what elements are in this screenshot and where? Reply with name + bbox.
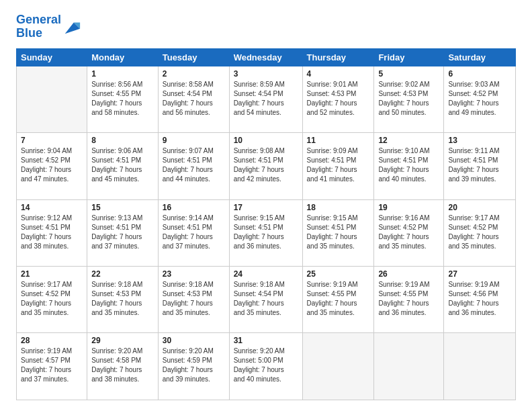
calendar-cell: 18Sunrise: 9:15 AM Sunset: 4:51 PM Dayli…	[302, 199, 374, 266]
day-info: Sunrise: 9:15 AM Sunset: 4:51 PM Dayligh…	[234, 214, 298, 251]
day-number: 8	[91, 136, 154, 145]
page: General Blue SundayMondayTuesdayWednesda…	[0, 0, 532, 411]
day-number: 25	[307, 269, 370, 279]
calendar-cell: 9Sunrise: 9:07 AM Sunset: 4:51 PM Daylig…	[158, 133, 229, 199]
day-info: Sunrise: 9:04 AM Sunset: 4:52 PM Dayligh…	[21, 146, 83, 184]
calendar-table: SundayMondayTuesdayWednesdayThursdayFrid…	[16, 48, 516, 400]
calendar-week-row: 21Sunrise: 9:17 AM Sunset: 4:52 PM Dayli…	[17, 267, 516, 333]
calendar-cell: 26Sunrise: 9:19 AM Sunset: 4:55 PM Dayli…	[374, 267, 444, 333]
day-number: 11	[307, 136, 370, 145]
calendar: SundayMondayTuesdayWednesdayThursdayFrid…	[16, 48, 516, 400]
day-number: 15	[91, 203, 154, 212]
day-number: 6	[448, 69, 511, 79]
calendar-cell: 4Sunrise: 9:01 AM Sunset: 4:53 PM Daylig…	[302, 66, 374, 132]
day-info: Sunrise: 8:59 AM Sunset: 4:54 PM Dayligh…	[234, 80, 298, 118]
calendar-cell: 24Sunrise: 9:18 AM Sunset: 4:54 PM Dayli…	[229, 267, 302, 333]
calendar-week-row: 14Sunrise: 9:12 AM Sunset: 4:51 PM Dayli…	[17, 199, 516, 266]
day-info: Sunrise: 9:20 AM Sunset: 4:58 PM Dayligh…	[91, 347, 154, 384]
calendar-cell: 11Sunrise: 9:09 AM Sunset: 4:51 PM Dayli…	[302, 133, 374, 199]
day-number: 28	[21, 336, 83, 345]
calendar-cell: 5Sunrise: 9:02 AM Sunset: 4:53 PM Daylig…	[374, 66, 444, 132]
day-number: 21	[21, 269, 83, 279]
day-number: 24	[234, 269, 298, 279]
day-info: Sunrise: 9:02 AM Sunset: 4:53 PM Dayligh…	[378, 80, 439, 118]
calendar-header: SundayMondayTuesdayWednesdayThursdayFrid…	[17, 48, 516, 66]
day-info: Sunrise: 9:19 AM Sunset: 4:55 PM Dayligh…	[378, 280, 439, 318]
day-number: 18	[307, 203, 370, 212]
calendar-week-row: 1Sunrise: 8:56 AM Sunset: 4:55 PM Daylig…	[17, 66, 516, 132]
day-info: Sunrise: 9:07 AM Sunset: 4:51 PM Dayligh…	[163, 146, 225, 184]
calendar-cell: 31Sunrise: 9:20 AM Sunset: 5:00 PM Dayli…	[229, 333, 302, 400]
calendar-cell	[302, 333, 374, 400]
calendar-cell: 10Sunrise: 9:08 AM Sunset: 4:51 PM Dayli…	[229, 133, 302, 199]
day-number: 12	[378, 136, 439, 145]
day-info: Sunrise: 9:19 AM Sunset: 4:57 PM Dayligh…	[21, 347, 83, 384]
header: General Blue	[16, 13, 516, 40]
day-info: Sunrise: 9:08 AM Sunset: 4:51 PM Dayligh…	[234, 146, 298, 184]
day-number: 7	[21, 136, 83, 145]
weekday-header-wednesday: Wednesday	[229, 48, 302, 66]
calendar-week-row: 28Sunrise: 9:19 AM Sunset: 4:57 PM Dayli…	[17, 333, 516, 400]
day-number: 17	[234, 203, 298, 212]
calendar-week-row: 7Sunrise: 9:04 AM Sunset: 4:52 PM Daylig…	[17, 133, 516, 199]
calendar-cell: 14Sunrise: 9:12 AM Sunset: 4:51 PM Dayli…	[17, 199, 87, 266]
day-info: Sunrise: 9:19 AM Sunset: 4:56 PM Dayligh…	[448, 280, 511, 318]
calendar-cell: 16Sunrise: 9:14 AM Sunset: 4:51 PM Dayli…	[158, 199, 229, 266]
day-info: Sunrise: 9:12 AM Sunset: 4:51 PM Dayligh…	[21, 214, 83, 251]
day-info: Sunrise: 9:06 AM Sunset: 4:51 PM Dayligh…	[91, 146, 154, 184]
day-number: 26	[378, 269, 439, 279]
day-number: 19	[378, 203, 439, 212]
day-number: 27	[448, 269, 511, 279]
day-number: 16	[163, 203, 225, 212]
calendar-cell: 15Sunrise: 9:13 AM Sunset: 4:51 PM Dayli…	[87, 199, 159, 266]
calendar-cell: 6Sunrise: 9:03 AM Sunset: 4:52 PM Daylig…	[444, 66, 516, 132]
day-number: 29	[91, 336, 154, 345]
logo: General Blue	[16, 13, 81, 40]
day-number: 3	[234, 69, 298, 79]
day-number: 22	[91, 269, 154, 279]
calendar-cell: 17Sunrise: 9:15 AM Sunset: 4:51 PM Dayli…	[229, 199, 302, 266]
calendar-cell	[374, 333, 444, 400]
calendar-cell: 20Sunrise: 9:17 AM Sunset: 4:52 PM Dayli…	[444, 199, 516, 266]
calendar-cell: 12Sunrise: 9:10 AM Sunset: 4:51 PM Dayli…	[374, 133, 444, 199]
day-number: 30	[163, 336, 225, 345]
calendar-cell: 27Sunrise: 9:19 AM Sunset: 4:56 PM Dayli…	[444, 267, 516, 333]
calendar-cell: 3Sunrise: 8:59 AM Sunset: 4:54 PM Daylig…	[229, 66, 302, 132]
calendar-cell: 29Sunrise: 9:20 AM Sunset: 4:58 PM Dayli…	[87, 333, 159, 400]
logo-icon	[62, 17, 81, 36]
calendar-body: 1Sunrise: 8:56 AM Sunset: 4:55 PM Daylig…	[17, 66, 516, 400]
day-info: Sunrise: 9:18 AM Sunset: 4:53 PM Dayligh…	[91, 280, 154, 318]
calendar-cell: 30Sunrise: 9:20 AM Sunset: 4:59 PM Dayli…	[158, 333, 229, 400]
calendar-cell: 2Sunrise: 8:58 AM Sunset: 4:54 PM Daylig…	[158, 66, 229, 132]
logo-text-blue: Blue	[16, 27, 61, 40]
day-number: 31	[234, 336, 298, 345]
day-number: 10	[234, 136, 298, 145]
weekday-header-tuesday: Tuesday	[158, 48, 229, 66]
day-number: 23	[163, 269, 225, 279]
calendar-cell: 1Sunrise: 8:56 AM Sunset: 4:55 PM Daylig…	[87, 66, 159, 132]
day-info: Sunrise: 9:18 AM Sunset: 4:54 PM Dayligh…	[234, 280, 298, 318]
day-number: 5	[378, 69, 439, 79]
weekday-header-row: SundayMondayTuesdayWednesdayThursdayFrid…	[17, 48, 516, 66]
day-info: Sunrise: 9:15 AM Sunset: 4:51 PM Dayligh…	[307, 214, 370, 251]
calendar-cell: 19Sunrise: 9:16 AM Sunset: 4:52 PM Dayli…	[374, 199, 444, 266]
day-info: Sunrise: 9:17 AM Sunset: 4:52 PM Dayligh…	[21, 280, 83, 318]
weekday-header-saturday: Saturday	[444, 48, 516, 66]
calendar-cell	[17, 66, 87, 132]
calendar-cell	[444, 333, 516, 400]
day-info: Sunrise: 9:16 AM Sunset: 4:52 PM Dayligh…	[378, 214, 439, 251]
calendar-cell: 8Sunrise: 9:06 AM Sunset: 4:51 PM Daylig…	[87, 133, 159, 199]
day-number: 14	[21, 203, 83, 212]
weekday-header-friday: Friday	[374, 48, 444, 66]
calendar-cell: 7Sunrise: 9:04 AM Sunset: 4:52 PM Daylig…	[17, 133, 87, 199]
weekday-header-thursday: Thursday	[302, 48, 374, 66]
calendar-cell: 28Sunrise: 9:19 AM Sunset: 4:57 PM Dayli…	[17, 333, 87, 400]
day-info: Sunrise: 9:11 AM Sunset: 4:51 PM Dayligh…	[448, 146, 511, 184]
logo-text: General	[16, 13, 61, 27]
day-number: 2	[163, 69, 225, 79]
day-info: Sunrise: 8:58 AM Sunset: 4:54 PM Dayligh…	[163, 80, 225, 118]
day-info: Sunrise: 9:10 AM Sunset: 4:51 PM Dayligh…	[378, 146, 439, 184]
day-number: 13	[448, 136, 511, 145]
day-info: Sunrise: 9:01 AM Sunset: 4:53 PM Dayligh…	[307, 80, 370, 118]
day-info: Sunrise: 9:14 AM Sunset: 4:51 PM Dayligh…	[163, 214, 225, 251]
